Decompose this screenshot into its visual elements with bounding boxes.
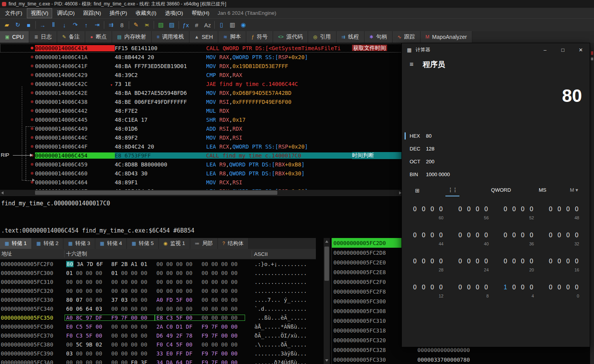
bit-toggle[interactable]: 0 [529,284,534,291]
view-tab-2[interactable]: ✎备注 [57,31,85,43]
run-to-user-icon[interactable]: ⇥ [92,20,102,30]
globe-icon[interactable]: ◉ [238,20,249,30]
bit-toggle[interactable]: 0 [412,258,418,265]
dump-bytes[interactable]: 00 5C 9B 0200 00 00 00F0 C4 5F 0000 00 0… [65,341,252,348]
bit-toggle[interactable]: 0 [529,258,534,265]
base-hex[interactable]: HEX80 [402,130,590,142]
bit-toggle[interactable]: 0 [548,206,554,213]
disasm-gutter[interactable] [0,44,35,52]
bit-toggle[interactable]: 0 [429,232,435,239]
bit-toggle[interactable]: 0 [556,232,562,239]
disasm-row[interactable]: 000000014006C46448:89F1MOV RCX,RSI [0,178,403,187]
bit-toggle[interactable]: 0 [574,206,580,213]
disasm-row[interactable]: 000000014006C44548:C1EA 17SHR RDX,0x17 [0,115,403,124]
step-into-icon[interactable]: ↓ [59,20,70,30]
menu-item-5[interactable]: 收藏夹(I) [132,8,160,18]
view-tab-3[interactable]: ●断点 [85,31,112,43]
bit-toggle[interactable]: 0 [412,284,418,291]
view-tab-0[interactable]: ▣CPU [0,31,29,43]
dump-bytes[interactable]: 03 00 00 0000 00 00 0033 E0 FF DFF9 7F 0… [65,350,252,357]
calc-titlebar[interactable]: ▦ 计算器 – □ ✕ [402,43,590,56]
bit-toggle[interactable]: 0 [457,232,463,239]
dump-bytes[interactable]: 01 00 00 0001 00 00 0000 00 00 0000 00 0… [65,270,252,276]
hexdump-row[interactable]: 00000000005FC30001 00 00 0001 00 00 0000… [0,268,316,277]
view-tab-13[interactable]: ∿跟踪 [392,31,421,43]
disasm-row[interactable]: 000000014006C44948:01D6ADD RSI,RDX [0,124,403,133]
bit-toggle[interactable]: 0 [457,258,463,265]
breakpoint-dot[interactable] [31,74,33,76]
run-icon[interactable]: → [37,20,48,30]
bit-toggle[interactable]: 0 [529,232,534,239]
disasm-row[interactable]: 000000014006C44C48:89F2MOV RDX,RSI [0,133,403,142]
dump-bytes[interactable]: A0 8C 97 DFF9 7F 00 00E8 C3 5F 0000 00 0… [65,315,252,321]
disasm-row[interactable]: RIP000000014006C454E8 6753F9FFCALL find_… [0,151,403,160]
dump-bytes[interactable]: 00 00 00 0000 00 00 0000 00 00 0000 00 0… [65,288,252,294]
bit-toggle[interactable]: 0 [503,206,508,213]
bit-toggle[interactable]: 0 [483,206,489,213]
disassembly-pane[interactable]: 000000014006C414FF15 6E141100CALL QWORD … [0,43,403,190]
hexdump-row[interactable]: 00000000005FC32000 00 00 0000 00 00 0000… [0,286,316,295]
dump-bytes[interactable]: 80 3A 7D 6F8F 2B A1 0100 00 00 0000 00 0… [65,261,252,267]
functions-icon[interactable]: ƒx [180,20,191,30]
close-button[interactable]: ✕ [572,43,590,56]
minimize-button[interactable]: – [536,43,554,56]
bit-toggle[interactable]: 0 [466,232,472,239]
memory-store-button[interactable]: MS [539,187,547,193]
bit-toggle[interactable]: 0 [520,258,526,265]
bit-toggle[interactable]: 0 [421,284,426,291]
disasm-gutter[interactable] [0,79,35,88]
bit-toggle[interactable]: 0 [565,206,571,213]
disasm-hscrollbar[interactable] [0,190,403,196]
disasm-gutter[interactable] [0,106,35,115]
view-tab-1[interactable]: ≣日志 [29,31,57,43]
bit-toggle[interactable]: 0 [429,206,435,213]
scroll-left-icon[interactable] [1,191,4,194]
bit-toggle[interactable]: 0 [556,284,562,291]
labels-icon[interactable]: Az [202,20,213,30]
comments-icon[interactable]: # [191,20,202,30]
dump-bytes[interactable]: 80 07 00 0037 03 00 00A0 FD 5F 0000 00 0… [65,297,252,303]
bit-toggle[interactable]: 0 [483,284,489,291]
dump-bytes[interactable]: 00 00 00 0000 00 F0 3F34 DA 64 DFF9 7F 0… [65,359,252,364]
bit-toggle[interactable]: 0 [421,258,426,265]
view-tab-7[interactable]: ≋脚本 [218,31,246,43]
pause-icon[interactable]: Ⅱ [48,20,59,30]
dump-bytes[interactable]: E0 C5 5F 0000 00 00 002A C0 D1 DFF9 7F 0… [65,324,252,330]
memory-icon[interactable]: ▯ [216,20,227,30]
trace-count-icon[interactable]: 8 [117,20,127,30]
hamburger-menu-icon[interactable]: ≡ [406,59,417,70]
bit-toggle[interactable]: 0 [457,284,463,291]
bit-toggle[interactable]: 0 [412,206,418,213]
hexdump-row[interactable]: 00000000005FC370F0 C3 5F 0000 00 00 00D6… [0,331,316,340]
disasm-row[interactable]: 000000014006C42E48:BA BD427AE5D594BFD6MO… [0,88,403,97]
disasm-row[interactable]: 000000014006C44F48:8D4C24 20LEA RCX,QWOR… [0,142,403,151]
disasm-gutter[interactable] [0,97,35,106]
bit-toggle[interactable]: 0 [548,284,554,291]
word-size-button[interactable]: QWORD [480,187,522,193]
bit-toggle[interactable]: 0 [466,258,472,265]
restart-icon[interactable]: ↻ [12,20,23,30]
disasm-gutter[interactable] [0,61,35,70]
hexdump-row[interactable]: 00000000005FC3A000 00 00 0000 00 F0 3F34… [0,358,316,364]
scroll-up-icon[interactable] [325,240,328,243]
bit-keypad-icon[interactable]: ⋮⋮ [445,187,459,196]
menu-item-7[interactable]: 帮助(H) [188,8,214,18]
hexdump-row[interactable]: 00000000005FC360E0 C5 5F 0000 00 00 002A… [0,322,316,331]
open-file-icon[interactable]: ▰ [2,20,12,30]
vscroll-thumb[interactable] [324,247,329,281]
bit-toggle[interactable]: 0 [466,206,472,213]
view-tab-14[interactable]: MMapoAnalyzer [421,31,473,43]
dump-bytes[interactable]: 60 06 64 0300 00 00 0000 00 00 0000 00 0… [65,306,252,312]
view-tab-8[interactable]: ƒ符号 [246,31,273,43]
disasm-row[interactable]: 000000014006C42C73 1E▾JAE find_my_time_c… [0,79,403,88]
animate-icon[interactable]: ⇉ [106,20,116,30]
bit-toggle[interactable]: 0 [556,206,562,213]
disasm-row[interactable]: 000000014006C42948:39C2CMP RDX,RAX [0,70,403,79]
disasm-row[interactable]: 000000014006C4604C:8D43 30LEA R8,QWORD P… [0,169,403,178]
bit-toggle[interactable]: 0 [511,206,517,213]
right-edge-scrollbar[interactable] [590,43,594,364]
menu-item-4[interactable]: 插件(P) [106,8,131,18]
bit-toggle[interactable]: 0 [475,284,480,291]
view-tab-9[interactable]: <>源代码 [273,31,308,43]
bit-toggle[interactable]: 0 [429,284,435,291]
